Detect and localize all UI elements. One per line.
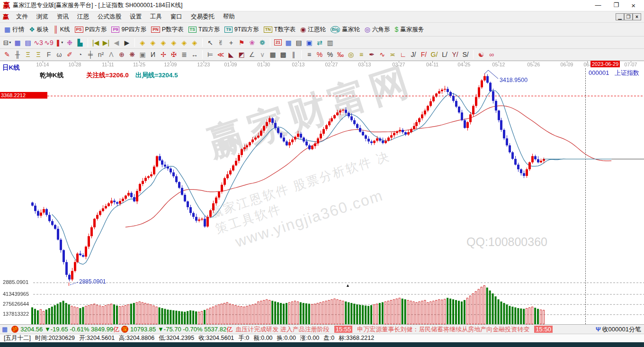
news-item[interactable]: 申万宏源董事长刘健：居民储蓄将继续从房地产向金融投资转变 [357,326,529,333]
menu-news[interactable]: 资讯 [53,12,73,22]
report-icon[interactable]: ▤ [23,38,33,47]
diamond-expand-button[interactable]: ◈ [179,38,189,47]
wave3-icon[interactable]: ∿3 [33,38,44,47]
v-line-button[interactable]: ∨ [257,50,268,59]
quote-grid-icon[interactable]: ▦ [2,326,8,333]
winner-service-button[interactable]: $赢家服务 [392,25,426,35]
grid-arrow-button[interactable]: ▩ [278,50,288,59]
news-item[interactable]: 血压计完成研发 进入产品注册阶段 [235,326,330,333]
calculator-button[interactable]: ▦ [283,38,294,47]
close-button[interactable]: × [631,1,635,9]
menu-settings[interactable]: 设置 [125,12,146,22]
diamond-left-button[interactable]: ◈ [137,38,148,47]
gold-ladder-a-button[interactable]: Ξ [23,50,33,59]
brush-tool-button[interactable]: ✎ [2,50,12,59]
gann-circle-cross-button[interactable]: ⊕ [116,50,127,59]
sectors-button[interactable]: ❖板块 [27,25,51,35]
gold-line-button[interactable]: ≡ [356,50,367,59]
slash-tool-gold-button[interactable]: G/ [429,50,439,59]
gold-circle-button[interactable]: ◎ [346,50,356,59]
n-squared-button[interactable]: n² [96,50,106,59]
red-pen-button[interactable]: ✐ [64,50,75,59]
menu-file[interactable]: 文件 [12,12,32,22]
angle-a-button[interactable]: Λ [106,50,116,59]
p-square-button[interactable]: PSP四方形 [72,25,109,35]
hexagon-button[interactable]: ◎六角形 [362,25,393,35]
slope-line-button[interactable]: ∟ [398,50,408,59]
kline-button[interactable]: ║K线 [51,25,72,35]
pink-tool-button[interactable]: ❀ [247,38,257,47]
diamond-full-button[interactable]: ◈ [189,38,200,47]
menu-formula-stock-pick[interactable]: 公式选股 [93,12,125,22]
first-bar-button[interactable]: |◀ [90,38,101,47]
shen-cross-button[interactable]: ✢ [158,50,169,59]
clock-wheel-button[interactable]: ◔ [75,50,85,59]
mdi-minimize-button[interactable]: ▁ [616,13,624,20]
hand-tool-button[interactable]: ✌ [215,38,226,47]
candle-type-dropdown[interactable]: ❚▾ [54,38,64,47]
win-cross-button[interactable]: ✠ [169,50,179,59]
idea-tool-button[interactable]: ❁ [257,38,268,47]
t-ruler-button[interactable]: ⊨ [205,50,215,59]
slash-tool-rule-button[interactable]: L/ [439,50,450,59]
last-bar-button[interactable]: ▶| [101,38,111,47]
p-number-table-button[interactable]: PNP数字表 [149,25,186,35]
menu-tools[interactable]: 工具 [146,12,166,22]
ruler-grid-button[interactable]: ≣ [179,50,189,59]
winner-wheel-button[interactable]: Big赢家轮 [328,25,362,35]
diamond-hsplit-button[interactable]: ◈ [158,38,169,47]
parallel-lines-button[interactable]: ∥ [288,50,299,59]
gold-ladder-b-button[interactable]: Ξ [33,50,44,59]
spiral-tool-button[interactable]: ω [54,50,64,59]
next-bar-button[interactable]: ▶ [122,38,132,47]
ray-fan-button[interactable]: ≪ [215,50,226,59]
diamond-right-button[interactable]: ◈ [148,38,158,47]
hspan-button[interactable]: ↔ [189,50,200,59]
p9-square-button[interactable]: P99P四方形 [109,25,149,35]
diamond-cross-button[interactable]: ◈ [169,38,179,47]
print-button[interactable]: ▥ [325,38,335,47]
crosshair-tool-button[interactable]: + [226,38,236,47]
channel-wave-button[interactable]: ∿ [377,50,387,59]
percent-scale-button[interactable]: ≡ [304,50,314,59]
comb-grid-button[interactable]: ╪ [85,50,96,59]
menu-trade-entrust[interactable]: 交易委托 [187,12,219,22]
slash-tool-j-button[interactable]: J/ [408,50,419,59]
colored-kline-icon[interactable]: ▙ [75,38,85,47]
save-button[interactable]: ▣ [304,38,314,47]
k-mark-button[interactable]: И [148,50,158,59]
percent-red-button[interactable]: % [314,50,325,59]
t9-square-button[interactable]: T99T四方形 [222,25,261,35]
export-button[interactable]: ⇄ [314,38,325,47]
percent-line-button[interactable]: ‰ [335,50,346,59]
mascot-tool-icon[interactable]: ❉ [64,38,75,47]
trend-window-icon[interactable]: ▦ [12,38,23,47]
marker-pen-button[interactable]: ✒ [367,50,377,59]
wave9-icon[interactable]: ∿9 [44,38,54,47]
prev-bar-button[interactable]: ◀ [111,38,122,47]
menu-gann[interactable]: 江恩 [73,12,93,22]
time-grid-button[interactable]: ╫ [12,50,23,59]
yinyang-button[interactable]: ☯ [476,50,486,59]
restore-button[interactable]: ❐ [614,1,619,9]
calendar-button[interactable]: 21 [273,38,283,47]
t-number-table-button[interactable]: TNT数字表 [261,25,298,35]
box-fan-button[interactable]: ◩ [236,50,247,59]
angle-pencil-button[interactable]: ∠ [247,50,257,59]
percent-button[interactable]: % [325,50,335,59]
mdi-restore-button[interactable]: ❐ [624,13,633,20]
gann-square-button[interactable]: ▣ [137,50,148,59]
marker-flag-button[interactable]: ⚑ [236,38,247,47]
gold-bar-button[interactable]: ≍ [387,50,398,59]
quotes-button[interactable]: ▦行情 [2,25,27,35]
gann-star-wheel-button[interactable]: ❋ [127,50,137,59]
gann-wheel-button[interactable]: ◉江恩轮 [298,25,328,35]
infinity-button[interactable]: ∞ [486,50,497,59]
t-square-button[interactable]: TST四方形 [186,25,223,35]
f-ladder-button[interactable]: F [44,50,54,59]
mdi-close-button[interactable]: × [633,13,641,20]
kline-period-dropdown[interactable]: ⊟▾ [2,38,12,47]
slash-tool-four-button[interactable]: S/ [460,50,471,59]
shade-fan-button[interactable]: ◣ [226,50,236,59]
pointer-tool-button[interactable]: ↖ [205,38,215,47]
